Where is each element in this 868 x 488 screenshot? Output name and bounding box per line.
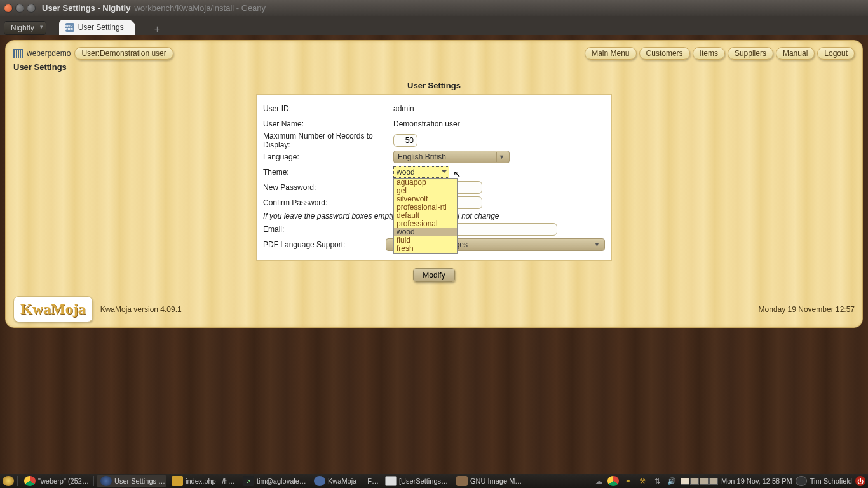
value-user-id: admin (393, 104, 605, 113)
tray-icon[interactable]: ✦ (622, 476, 634, 486)
favicon-icon: web ERP (65, 23, 74, 32)
label-max-records: Maximum Number of Records to Display: (263, 132, 393, 149)
label-pdf-language: PDF Language Support: (263, 240, 386, 249)
footer-datetime: Monday 19 November 12:57 (759, 305, 855, 314)
label-theme: Theme: (263, 168, 393, 177)
user-status-icon[interactable] (796, 476, 807, 486)
window-minimize-button[interactable] (15, 4, 24, 13)
taskbar-user[interactable]: Tim Schofield (810, 477, 852, 485)
window-titlebar: User Settings - Nightly workbench/KwaMoj… (0, 0, 868, 16)
label-user-name: User Name: (263, 119, 393, 128)
taskbar-task[interactable]: > tim@aglovale… (239, 475, 309, 487)
window-close-button[interactable] (4, 4, 13, 13)
taskbar: "weberp" (252… User Settings … index.php… (0, 474, 868, 488)
gimp-icon (456, 476, 468, 486)
document-icon (385, 476, 397, 486)
theme-option[interactable]: fresh (394, 245, 457, 253)
taskbar-task[interactable]: [UserSettings… (381, 475, 451, 487)
version-text: KwaMoja version 4.09.1 (100, 305, 182, 314)
app-logo: KwaMoja (13, 296, 93, 322)
taskbar-task[interactable]: "weberp" (252… (20, 475, 90, 487)
window-subtitle: workbench/KwaMoja/install - Geany (134, 3, 266, 13)
nav-suppliers[interactable]: Suppliers (728, 47, 773, 60)
label-confirm-password: Confirm Password: (263, 198, 393, 207)
tray-icon[interactable]: ⚒ (637, 476, 648, 486)
current-user-pill: User:Demonstration user (74, 47, 173, 60)
browser-icon (314, 476, 325, 486)
window-title: User Settings - Nightly (42, 3, 130, 13)
input-max-records[interactable] (393, 134, 417, 147)
nightly-menu-button[interactable]: Nightly (4, 21, 46, 35)
company-logo-icon (13, 49, 23, 58)
app-panel: weberpdemo User:Demonstration user Main … (5, 40, 863, 328)
chevron-down-icon: ▼ (496, 152, 506, 162)
nav-customers[interactable]: Customers (639, 47, 690, 60)
select-language[interactable]: English British▼ (393, 151, 510, 163)
label-email: Email: (263, 225, 393, 234)
chrome-icon (24, 476, 36, 486)
page-subtitle: User Settings (13, 62, 855, 72)
top-nav: Main Menu Customers Items Suppliers Manu… (585, 47, 855, 60)
theme-dropdown-list[interactable]: aguapop gel silverwolf professional-rtl … (393, 178, 458, 254)
label-new-password: New Password: (263, 183, 393, 192)
power-button[interactable]: ⏻ (855, 476, 865, 486)
browser-tab-strip: Nightly web ERP User Settings + (0, 16, 868, 35)
browser-tab-label: User Settings (78, 23, 124, 32)
volume-icon[interactable]: 🔊 (666, 476, 677, 486)
settings-form: User ID: admin User Name: Demonstration … (256, 94, 612, 261)
workspace-switcher[interactable] (681, 478, 718, 485)
taskbar-task[interactable]: GNU Image M… (452, 475, 522, 487)
value-user-name: Demonstration user (393, 119, 605, 128)
chevron-down-icon: ▼ (592, 240, 602, 250)
tray-icon[interactable]: ☁ (593, 476, 604, 486)
taskbar-task-active[interactable]: User Settings … (97, 475, 166, 487)
modify-button[interactable]: Modify (413, 268, 454, 282)
editor-icon (172, 476, 183, 486)
taskbar-task[interactable]: KwaMoja — F… (310, 475, 380, 487)
tray-icon[interactable] (607, 476, 619, 486)
company-name: weberpdemo (27, 49, 71, 58)
select-theme[interactable]: wood (393, 166, 449, 178)
nav-manual[interactable]: Manual (776, 47, 815, 60)
browser-tab-active[interactable]: web ERP User Settings (59, 20, 135, 35)
nav-main-menu[interactable]: Main Menu (585, 47, 636, 60)
page-title: User Settings (13, 81, 855, 90)
taskbar-task[interactable]: index.php - /h… (168, 475, 238, 487)
new-tab-button[interactable]: + (154, 24, 160, 35)
firefox-icon (100, 476, 112, 486)
terminal-icon: > (243, 476, 254, 486)
start-menu-icon[interactable] (3, 476, 14, 486)
desktop-background: weberpdemo User:Demonstration user Main … (0, 35, 868, 474)
label-language: Language: (263, 152, 393, 161)
network-icon[interactable]: ⇅ (651, 476, 663, 486)
label-user-id: User ID: (263, 104, 393, 113)
nav-items[interactable]: Items (693, 47, 725, 60)
window-maximize-button[interactable] (27, 4, 36, 13)
nav-logout[interactable]: Logout (817, 47, 855, 60)
taskbar-clock[interactable]: Mon 19 Nov, 12:58 PM (721, 477, 792, 485)
